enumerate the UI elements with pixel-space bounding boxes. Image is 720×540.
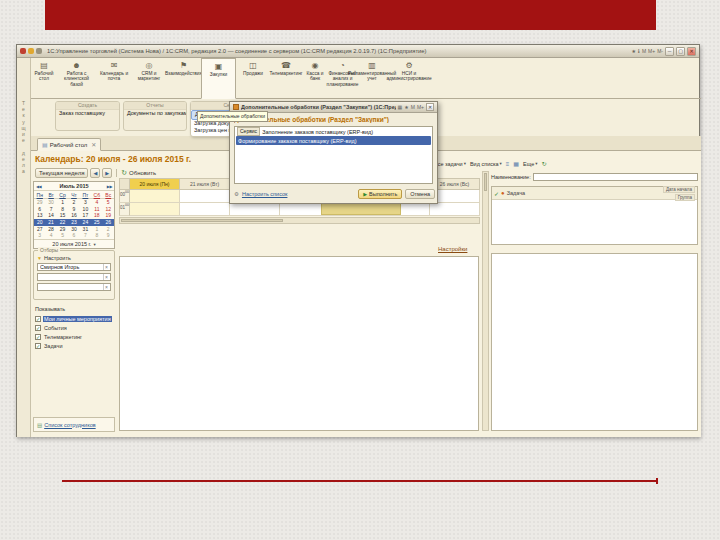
day-cell[interactable]: 12 <box>103 206 114 213</box>
dialog-row-selected[interactable]: Формирование заказов поставщику (ERP-вид… <box>236 136 431 145</box>
day-cell[interactable]: 24 <box>80 219 91 226</box>
ribbon-tab-2[interactable]: ☻Работа с клиентской базой <box>57 58 96 99</box>
clear-icon[interactable]: × <box>103 284 108 290</box>
dialog-close-button[interactable]: ✕ <box>426 103 434 111</box>
filter-field-2[interactable]: × <box>37 273 111 281</box>
day-cell[interactable]: 5 <box>57 232 68 239</box>
day-cell[interactable]: 5 <box>103 199 114 206</box>
configure-filters-link[interactable]: Настроить <box>44 255 71 261</box>
show-option-3[interactable]: ✓Телемаркетинг <box>35 332 115 341</box>
calendar-cell[interactable] <box>130 190 180 203</box>
prev-month-button[interactable]: ◀◀ <box>36 184 41 189</box>
memory-icon[interactable]: М <box>411 104 415 110</box>
calendar-cell[interactable] <box>230 203 280 216</box>
prev-week-button[interactable]: ◀ <box>90 168 100 178</box>
show-option-1[interactable]: ✓Мои личные мероприятия <box>35 314 115 323</box>
memory-plus-icon[interactable]: М+ <box>417 104 424 110</box>
day-cell[interactable]: 13 <box>34 212 45 219</box>
memory-minus-icon[interactable]: М- <box>657 47 663 56</box>
info-icon[interactable]: ℹ <box>638 47 640 56</box>
tab-desktop[interactable]: ▤ Рабочий стол ✕ <box>37 138 101 151</box>
next-week-button[interactable]: ▶ <box>102 168 112 178</box>
filter-field-1[interactable]: Смирнов Игорь × <box>37 263 111 271</box>
day-cell[interactable]: 3 <box>34 232 45 239</box>
collapsed-side-panel[interactable]: Текущиедела <box>17 58 31 437</box>
day-cell[interactable]: 7 <box>45 206 56 213</box>
horizontal-scrollbar[interactable] <box>119 217 480 224</box>
view-dropdown[interactable]: Вид списка ▾ <box>470 161 502 167</box>
day-cell[interactable]: 17 <box>80 212 91 219</box>
column-group[interactable]: Группа <box>675 194 695 201</box>
day-cell[interactable]: 10 <box>80 206 91 213</box>
day-cell[interactable]: 29 <box>34 199 45 206</box>
ribbon-tab-8[interactable]: ☎Телемаркетинг <box>270 58 302 99</box>
day-cell[interactable]: 9 <box>68 206 79 213</box>
ribbon-tab-3[interactable]: ✉Календарь и почта <box>96 58 132 99</box>
day-cell[interactable]: 29 <box>57 226 68 233</box>
vertical-scrollbar[interactable] <box>482 171 489 431</box>
day-cell[interactable]: 30 <box>45 199 56 206</box>
day-cell[interactable]: 11 <box>91 206 102 213</box>
day-cell[interactable]: 26 <box>103 219 114 226</box>
scrollbar-thumb[interactable] <box>484 173 487 191</box>
day-cell[interactable]: 14 <box>45 212 56 219</box>
all-tasks-dropdown[interactable]: Все задачи ▾ <box>434 161 466 167</box>
day-cell[interactable]: 21 <box>45 219 56 226</box>
name-input[interactable] <box>533 173 698 181</box>
minimize-button[interactable]: ─ <box>665 47 674 56</box>
grid-icon[interactable]: ▦ <box>513 160 519 167</box>
more-dropdown[interactable]: Еще ▾ <box>523 161 537 167</box>
day-cell[interactable]: 23 <box>68 219 79 226</box>
show-option-2[interactable]: ✓События <box>35 323 115 332</box>
ribbon-tab-7[interactable]: ◫Продажи <box>236 58 270 99</box>
current-week-button[interactable]: Текущая неделя <box>35 168 88 178</box>
employees-panel[interactable]: ▤ Список сотрудников <box>33 417 115 432</box>
run-button[interactable]: ▶ Выполнить <box>358 189 402 199</box>
ribbon-tab-12[interactable]: ⚙НСИ и администрирование <box>387 58 431 99</box>
calendar-cell[interactable] <box>430 203 480 216</box>
day-cell[interactable]: 4 <box>45 232 56 239</box>
command-link[interactable]: Документы по закупкам <box>124 110 186 118</box>
maximize-button[interactable]: ▢ <box>676 47 685 56</box>
day-cell[interactable]: 3 <box>80 199 91 206</box>
configure-list-link[interactable]: Настроить список <box>242 191 287 197</box>
ribbon-tab-6[interactable]: ▣Закупки <box>201 58 236 99</box>
day-cell[interactable]: 16 <box>68 212 79 219</box>
column-task[interactable]: Задача <box>507 190 661 196</box>
day-cell[interactable]: 8 <box>57 206 68 213</box>
refresh-button[interactable]: Обновить <box>129 170 156 176</box>
dialog-row[interactable]: Сервис Заполнение заказов поставщику (ER… <box>235 127 432 136</box>
next-month-button[interactable]: ▶▶ <box>107 184 112 189</box>
ribbon-tab-1[interactable]: ▤Рабочий стол <box>31 58 57 99</box>
clear-icon[interactable]: × <box>103 264 108 270</box>
calendar-cell[interactable] <box>180 190 230 203</box>
day-cell[interactable]: 30 <box>68 226 79 233</box>
filter-field-3[interactable]: × <box>37 283 111 291</box>
list-icon[interactable]: ≡ <box>506 161 510 167</box>
close-button[interactable]: ✕ <box>687 47 696 56</box>
ribbon-tab-4[interactable]: ◎CRM и маркетинг <box>132 58 166 99</box>
ribbon-tab-11[interactable]: ▥Регламентированный учет <box>357 58 387 99</box>
day-cell[interactable]: 6 <box>34 206 45 213</box>
day-cell[interactable]: 31 <box>80 226 91 233</box>
day-cell[interactable]: 18 <box>91 212 102 219</box>
scrollbar-thumb[interactable] <box>121 219 283 222</box>
day-cell[interactable]: 20 <box>34 219 45 226</box>
ribbon-tab-5[interactable]: ⚑Взаимодействия <box>166 58 201 99</box>
memory-icon[interactable]: М <box>642 47 646 56</box>
memory-plus-icon[interactable]: М+ <box>648 47 655 56</box>
column-start-date[interactable]: Дата начала <box>663 186 695 193</box>
day-cell[interactable]: 2 <box>103 226 114 233</box>
day-cell[interactable]: 25 <box>91 219 102 226</box>
day-cell[interactable]: 1 <box>91 226 102 233</box>
day-cell[interactable]: 7 <box>80 232 91 239</box>
calendar-cell[interactable] <box>130 203 180 216</box>
day-cell[interactable]: 6 <box>68 232 79 239</box>
day-cell[interactable]: 8 <box>91 232 102 239</box>
day-cell[interactable]: 19 <box>103 212 114 219</box>
command-link[interactable]: Заказ поставщику <box>56 110 119 118</box>
day-cell[interactable]: 27 <box>34 226 45 233</box>
show-option-4[interactable]: ✓Задачи <box>35 341 115 350</box>
day-cell[interactable]: 1 <box>57 199 68 206</box>
settings-link[interactable]: Настройки <box>438 246 467 252</box>
